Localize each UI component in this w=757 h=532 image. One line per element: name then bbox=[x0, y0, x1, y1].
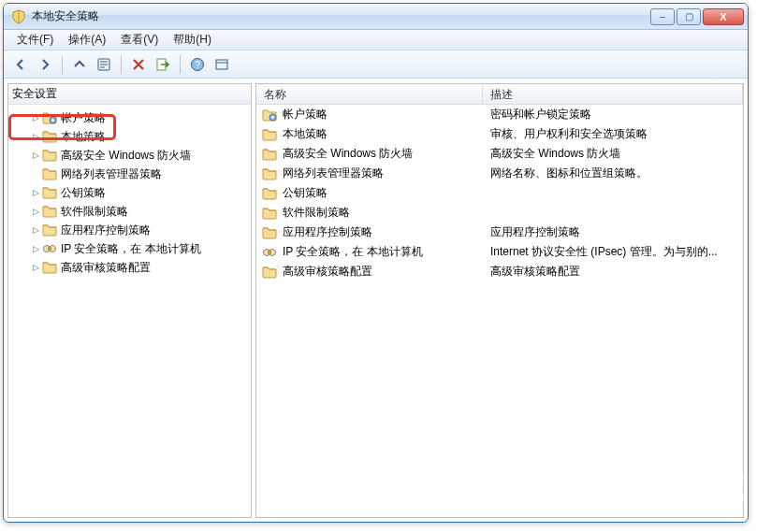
list-row[interactable]: 应用程序控制策略应用程序控制策略 bbox=[256, 223, 743, 242]
tree-item[interactable]: ▷高级安全 Windows 防火墙 bbox=[10, 146, 249, 165]
list-panel: 名称 描述 帐户策略密码和帐户锁定策略本地策略审核、用户权利和安全选项策略高级安… bbox=[255, 83, 744, 518]
list-row[interactable]: 高级审核策略配置高级审核策略配置 bbox=[256, 262, 743, 281]
folder-icon bbox=[42, 223, 57, 237]
tree-item[interactable]: ▷IP 安全策略，在 本地计算机 bbox=[10, 239, 249, 258]
expand-icon[interactable]: ▷ bbox=[29, 205, 42, 218]
menu-view[interactable]: 查看(V) bbox=[113, 30, 166, 50]
folder-icon bbox=[262, 265, 277, 280]
expand-icon[interactable]: ▷ bbox=[29, 186, 42, 199]
tree-item[interactable]: ▷本地策略 bbox=[10, 127, 249, 146]
list-row[interactable]: 网络列表管理器策略网络名称、图标和位置组策略。 bbox=[256, 164, 743, 183]
close-button[interactable]: X bbox=[703, 8, 744, 25]
folder-icon bbox=[262, 166, 277, 181]
expand-icon[interactable]: ▷ bbox=[29, 242, 42, 255]
main-area: 安全设置 ▷帐户策略▷本地策略▷高级安全 Windows 防火墙▷网络列表管理器… bbox=[4, 79, 748, 522]
tree-item[interactable]: ▷软件限制策略 bbox=[10, 202, 249, 221]
tree-body: ▷帐户策略▷本地策略▷高级安全 Windows 防火墙▷网络列表管理器策略▷公钥… bbox=[8, 105, 251, 280]
tree-item-label: 应用程序控制策略 bbox=[61, 223, 151, 238]
list-row-name: 公钥策略 bbox=[283, 185, 490, 201]
list-row[interactable]: 高级安全 Windows 防火墙高级安全 Windows 防火墙 bbox=[256, 144, 743, 164]
tree-item[interactable]: ▷帐户策略 bbox=[10, 108, 249, 127]
folder-icon bbox=[262, 206, 277, 221]
tree-item-label: 高级审核策略配置 bbox=[61, 260, 151, 276]
menu-action[interactable]: 操作(A) bbox=[61, 30, 113, 50]
folder-badge-icon bbox=[262, 108, 277, 122]
tree-root-label: 安全设置 bbox=[12, 86, 57, 102]
ipsec-icon bbox=[262, 245, 277, 260]
list-row[interactable]: 公钥策略 bbox=[256, 183, 743, 203]
folder-icon bbox=[42, 166, 57, 181]
menubar: 文件(F) 操作(A) 查看(V) 帮助(H) bbox=[4, 30, 748, 50]
col-desc[interactable]: 描述 bbox=[483, 84, 743, 104]
folder-icon bbox=[42, 185, 57, 200]
titlebar[interactable]: 本地安全策略 – ▢ X bbox=[4, 4, 748, 30]
tree-item-label: 高级安全 Windows 防火墙 bbox=[61, 148, 191, 164]
forward-button[interactable] bbox=[34, 53, 56, 76]
menu-help[interactable]: 帮助(H) bbox=[166, 30, 219, 50]
list-row[interactable]: 软件限制策略 bbox=[256, 203, 743, 223]
properties-button[interactable] bbox=[93, 53, 115, 76]
tree-item-label: 本地策略 bbox=[61, 129, 106, 145]
export-button[interactable] bbox=[152, 53, 174, 76]
tree-root[interactable]: 安全设置 bbox=[8, 84, 251, 105]
col-name[interactable]: 名称 bbox=[256, 84, 483, 104]
list-row-name: 帐户策略 bbox=[283, 107, 490, 122]
tree-item-label: 网络列表管理器策略 bbox=[61, 166, 162, 182]
list-row-desc: 应用程序控制策略 bbox=[490, 224, 743, 240]
ipsec-icon bbox=[42, 241, 57, 256]
list-row-name: 软件限制策略 bbox=[283, 205, 490, 221]
list-row[interactable]: 本地策略审核、用户权利和安全选项策略 bbox=[256, 124, 743, 144]
folder-icon bbox=[262, 147, 277, 162]
list-row-desc: 网络名称、图标和位置组策略。 bbox=[490, 165, 743, 181]
list-row[interactable]: 帐户策略密码和帐户锁定策略 bbox=[256, 105, 743, 124]
tree-item[interactable]: ▷网络列表管理器策略 bbox=[10, 165, 249, 183]
expand-icon[interactable]: ▷ bbox=[29, 223, 42, 237]
toolbar-separator bbox=[62, 55, 63, 74]
list-row[interactable]: IP 安全策略，在 本地计算机Internet 协议安全性 (IPsec) 管理… bbox=[256, 242, 743, 262]
folder-icon bbox=[42, 204, 57, 219]
folder-icon bbox=[42, 260, 57, 275]
list-row-name: 高级安全 Windows 防火墙 bbox=[283, 146, 490, 162]
help-button[interactable] bbox=[186, 53, 209, 76]
list-row-name: IP 安全策略，在 本地计算机 bbox=[283, 244, 490, 260]
folder-icon bbox=[262, 225, 277, 240]
list-row-name: 应用程序控制策略 bbox=[283, 224, 490, 240]
folder-icon bbox=[262, 186, 277, 201]
folder-icon bbox=[42, 148, 57, 163]
expand-icon[interactable]: ▷ bbox=[29, 149, 42, 162]
list-row-name: 本地策略 bbox=[283, 126, 490, 142]
list-row-desc: Internet 协议安全性 (IPsec) 管理。为与别的... bbox=[490, 244, 743, 260]
delete-button[interactable] bbox=[127, 53, 150, 76]
list-row-desc: 高级审核策略配置 bbox=[490, 264, 743, 280]
back-button[interactable] bbox=[9, 53, 32, 76]
tree-item-label: 帐户策略 bbox=[61, 110, 106, 126]
tree-item-label: 软件限制策略 bbox=[61, 204, 128, 220]
toolbar bbox=[4, 50, 748, 79]
expand-icon[interactable]: ▷ bbox=[29, 111, 42, 124]
minimize-button[interactable]: – bbox=[650, 8, 675, 25]
maximize-button[interactable]: ▢ bbox=[677, 8, 701, 25]
expand-icon[interactable]: ▷ bbox=[29, 261, 42, 274]
tree-panel: 安全设置 ▷帐户策略▷本地策略▷高级安全 Windows 防火墙▷网络列表管理器… bbox=[7, 83, 252, 518]
window-toggle-button[interactable] bbox=[211, 53, 233, 76]
up-button[interactable] bbox=[68, 53, 91, 76]
tree-item[interactable]: ▷公钥策略 bbox=[10, 183, 249, 202]
expand-icon[interactable]: ▷ bbox=[29, 130, 42, 143]
list-row-name: 网络列表管理器策略 bbox=[283, 165, 490, 181]
list-row-name: 高级审核策略配置 bbox=[283, 264, 490, 280]
list-body: 帐户策略密码和帐户锁定策略本地策略审核、用户权利和安全选项策略高级安全 Wind… bbox=[256, 105, 743, 517]
list-row-desc: 高级安全 Windows 防火墙 bbox=[490, 146, 743, 162]
list-header: 名称 描述 bbox=[256, 84, 743, 105]
app-window: 本地安全策略 – ▢ X 文件(F) 操作(A) 查看(V) 帮助(H) 安全设… bbox=[3, 3, 749, 523]
list-row-desc: 密码和帐户锁定策略 bbox=[490, 107, 743, 122]
folder-icon bbox=[262, 127, 277, 142]
tree-item[interactable]: ▷高级审核策略配置 bbox=[10, 258, 249, 277]
window-title: 本地安全策略 bbox=[32, 8, 650, 24]
app-icon bbox=[11, 9, 26, 24]
toolbar-separator bbox=[180, 55, 181, 74]
folder-badge-icon bbox=[42, 110, 57, 125]
menu-file[interactable]: 文件(F) bbox=[9, 30, 61, 50]
toolbar-separator bbox=[121, 55, 122, 74]
list-row-desc: 审核、用户权利和安全选项策略 bbox=[490, 126, 743, 142]
tree-item[interactable]: ▷应用程序控制策略 bbox=[10, 221, 249, 239]
